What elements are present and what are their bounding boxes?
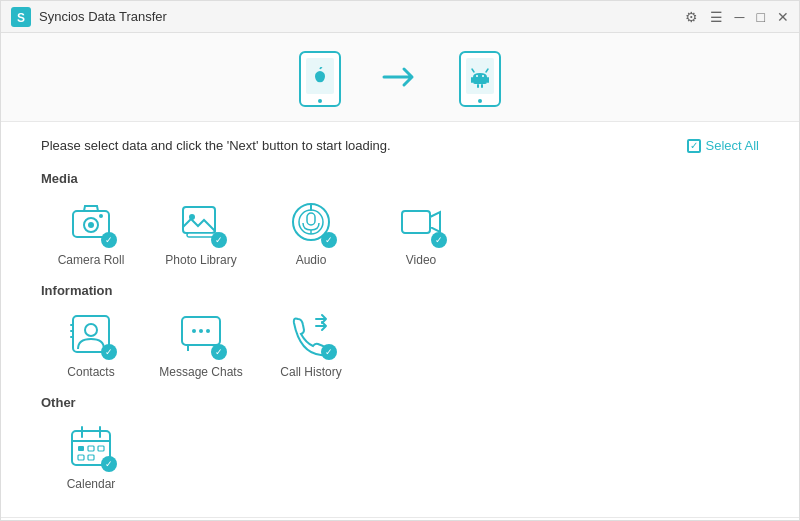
svg-point-37 xyxy=(199,329,203,333)
information-items-grid: ✓ Contacts ✓ xyxy=(41,308,759,379)
svg-point-13 xyxy=(482,75,484,77)
android-phone-icon xyxy=(458,51,502,107)
svg-text:S: S xyxy=(17,11,25,25)
svg-point-38 xyxy=(206,329,210,333)
svg-rect-44 xyxy=(88,446,94,451)
photo-library-label: Photo Library xyxy=(165,253,236,267)
calendar-icon-wrapper: ✓ xyxy=(65,420,117,472)
svg-rect-8 xyxy=(471,77,473,83)
camera-roll-check: ✓ xyxy=(101,232,117,248)
svg-point-18 xyxy=(88,222,94,228)
select-all-label: Select All xyxy=(706,138,759,153)
instruction-text: Please select data and click the 'Next' … xyxy=(41,138,391,153)
audio-icon-wrapper: ✓ xyxy=(285,196,337,248)
camera-roll-icon-wrapper: ✓ xyxy=(65,196,117,248)
information-section-label: Information xyxy=(41,283,759,298)
contacts-icon-wrapper: ✓ xyxy=(65,308,117,360)
video-check: ✓ xyxy=(431,232,447,248)
svg-rect-45 xyxy=(98,446,104,451)
menu-icon[interactable]: ☰ xyxy=(710,9,723,25)
other-section: Other xyxy=(41,395,759,491)
video-item[interactable]: ✓ Video xyxy=(371,196,471,267)
message-chats-item[interactable]: ✓ Message Chats xyxy=(151,308,251,379)
svg-point-12 xyxy=(476,75,478,77)
svg-rect-27 xyxy=(307,213,315,225)
video-label: Video xyxy=(406,253,436,267)
contacts-item[interactable]: ✓ Contacts xyxy=(41,308,141,379)
svg-rect-43 xyxy=(78,446,84,451)
media-section: Media ✓ Camera Roll xyxy=(41,171,759,267)
restore-icon[interactable]: □ xyxy=(757,9,765,25)
other-items-grid: ✓ Calendar xyxy=(41,420,759,491)
camera-roll-label: Camera Roll xyxy=(58,253,125,267)
svg-rect-46 xyxy=(78,455,84,460)
svg-rect-10 xyxy=(477,84,479,88)
contacts-label: Contacts xyxy=(67,365,114,379)
call-history-item[interactable]: ✓ Call History xyxy=(261,308,361,379)
select-all-button[interactable]: ✓ Select All xyxy=(687,138,759,153)
instruction-row: Please select data and click the 'Next' … xyxy=(41,138,759,153)
settings-icon[interactable]: ⚙ xyxy=(685,9,698,25)
source-device xyxy=(298,51,342,107)
other-section-label: Other xyxy=(41,395,759,410)
svg-point-19 xyxy=(99,214,103,218)
title-bar: S Syncios Data Transfer ⚙ ☰ ─ □ ✕ xyxy=(1,1,799,33)
audio-label: Audio xyxy=(296,253,327,267)
minimize-icon[interactable]: ─ xyxy=(735,9,745,25)
calendar-label: Calendar xyxy=(67,477,116,491)
main-content: Please select data and click the 'Next' … xyxy=(1,33,799,521)
audio-item[interactable]: ✓ Audio xyxy=(261,196,361,267)
call-history-check: ✓ xyxy=(321,344,337,360)
media-items-grid: ✓ Camera Roll ✓ Photo xyxy=(41,196,759,267)
svg-point-31 xyxy=(85,324,97,336)
transfer-arrow xyxy=(382,65,418,93)
svg-point-7 xyxy=(478,99,482,103)
svg-point-4 xyxy=(318,99,322,103)
select-all-checkbox[interactable]: ✓ xyxy=(687,139,701,153)
photo-library-check: ✓ xyxy=(211,232,227,248)
svg-rect-9 xyxy=(487,77,489,83)
message-chats-check: ✓ xyxy=(211,344,227,360)
svg-rect-47 xyxy=(88,455,94,460)
contacts-check: ✓ xyxy=(101,344,117,360)
call-history-label: Call History xyxy=(280,365,341,379)
device-header xyxy=(1,33,799,122)
svg-rect-20 xyxy=(183,207,215,233)
media-section-label: Media xyxy=(41,171,759,186)
call-history-icon-wrapper: ✓ xyxy=(285,308,337,360)
message-chats-icon-wrapper: ✓ xyxy=(175,308,227,360)
video-icon-wrapper: ✓ xyxy=(395,196,447,248)
svg-rect-29 xyxy=(402,211,430,233)
content-area: Please select data and click the 'Next' … xyxy=(1,122,799,517)
target-device xyxy=(458,51,502,107)
calendar-item[interactable]: ✓ Calendar xyxy=(41,420,141,491)
audio-check: ✓ xyxy=(321,232,337,248)
camera-roll-item[interactable]: ✓ Camera Roll xyxy=(41,196,141,267)
svg-rect-11 xyxy=(481,84,483,88)
title-bar-controls: ⚙ ☰ ─ □ ✕ xyxy=(685,9,789,25)
photo-library-item[interactable]: ✓ Photo Library xyxy=(151,196,251,267)
svg-point-36 xyxy=(192,329,196,333)
app-logo: S xyxy=(11,7,31,27)
photo-library-icon-wrapper: ✓ xyxy=(175,196,227,248)
calendar-check: ✓ xyxy=(101,456,117,472)
footer: ℹ What can I transfer? Back Next xyxy=(1,517,799,521)
close-icon[interactable]: ✕ xyxy=(777,9,789,25)
title-bar-left: S Syncios Data Transfer xyxy=(11,7,167,27)
ios-phone-icon xyxy=(298,51,342,107)
message-chats-label: Message Chats xyxy=(159,365,242,379)
app-title: Syncios Data Transfer xyxy=(39,9,167,24)
information-section: Information ✓ xyxy=(41,283,759,379)
